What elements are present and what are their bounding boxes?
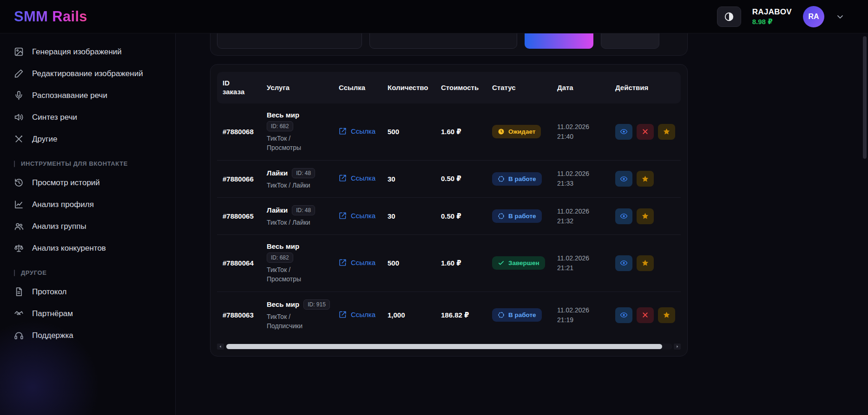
table-row: #7880064 Весь мир ID: 682 ТикТок / Просм… (217, 235, 681, 292)
column-header-service: Услуга (267, 84, 339, 92)
status-cell: Завершен (492, 256, 557, 270)
column-header-id: ID заказа (223, 79, 252, 97)
favorite-order-button[interactable] (637, 171, 654, 187)
cancel-order-button[interactable] (637, 307, 654, 323)
actions-cell (615, 171, 681, 187)
service-name: Весь мир (267, 242, 334, 250)
order-id: #7880066 (223, 175, 267, 183)
main-content: ID заказа Услуга Ссылка Количество Стоим… (176, 33, 868, 415)
speaker-icon (14, 112, 24, 122)
caret-right-icon (675, 344, 679, 349)
actions-cell (615, 124, 681, 140)
sidebar-item-label: Анализ профиля (32, 200, 94, 209)
scrollbar-track[interactable] (225, 344, 672, 350)
group-icon (14, 221, 24, 231)
order-link[interactable]: Ссылка (339, 174, 375, 182)
order-link[interactable]: Ссылка (339, 311, 375, 318)
actions-cell (615, 208, 681, 224)
sidebar-item-story-views[interactable]: Просмотр историй (0, 172, 175, 194)
favorite-order-button[interactable] (658, 124, 675, 140)
order-link[interactable]: Ссылка (339, 259, 375, 266)
order-time: 21:19 (557, 315, 615, 325)
scroll-left-button[interactable] (217, 344, 224, 350)
service-id-badge: ID: 48 (292, 205, 315, 215)
sidebar-item-partners[interactable]: Партнёрам (0, 303, 175, 324)
table-row: #7880065 Лайки ID: 48 ТикТок / Лайки Ссы… (217, 198, 681, 235)
status-badge: Ожидает (492, 125, 541, 138)
cost: 186.82 ₽ (441, 311, 492, 319)
status-badge: Завершен (492, 256, 545, 270)
sidebar-item-image-generation[interactable]: Генерация изображений (0, 41, 175, 63)
order-date: 11.02.2026 (557, 122, 615, 132)
sidebar-item-image-editing[interactable]: Редактирование изображений (0, 63, 175, 84)
order-date: 11.02.2026 (557, 169, 615, 179)
order-id: #7880063 (223, 311, 267, 319)
microphone-icon (14, 91, 24, 100)
eye-icon (620, 259, 628, 267)
sidebar-item-speech-synthesis[interactable]: Синтез речи (0, 106, 175, 128)
sidebar-item-protocol[interactable]: Протокол (0, 281, 175, 303)
external-link-icon (339, 212, 347, 220)
status-cell: Ожидает (492, 125, 557, 138)
spinner-icon (498, 213, 505, 220)
scroll-right-button[interactable] (674, 344, 681, 350)
link-cell: Ссылка (339, 259, 388, 268)
service-name: Лайки (267, 206, 288, 214)
sidebar-item-competitor-analysis[interactable]: Анализ конкурентов (0, 237, 175, 259)
primary-action-button[interactable] (525, 33, 593, 49)
view-order-button[interactable] (615, 307, 632, 323)
order-date: 11.02.2026 (557, 253, 615, 263)
view-order-button[interactable] (615, 208, 632, 224)
sidebar-item-label: Анализ конкурентов (32, 244, 106, 253)
order-link[interactable]: Ссылка (339, 127, 375, 135)
avatar[interactable]: RA (803, 6, 824, 27)
service-category: ТикТок / Просмотры (267, 134, 319, 153)
status-cell: В работе (492, 209, 557, 223)
brand-logo[interactable]: SMM Rails (14, 8, 87, 25)
order-time: 21:40 (557, 132, 615, 142)
cost: 0.50 ₽ (441, 212, 492, 220)
caret-left-icon (218, 344, 223, 349)
sidebar-item-group-analysis[interactable]: Анализ группы (0, 215, 175, 237)
column-header-actions: Действия (615, 84, 681, 92)
x-icon (641, 128, 649, 136)
sidebar-item-speech-recognition[interactable]: Распознавание речи (0, 84, 175, 106)
view-order-button[interactable] (615, 255, 632, 271)
theme-toggle-button[interactable] (717, 6, 741, 27)
service-category: ТикТок / Лайки (267, 181, 319, 190)
section-marker (14, 270, 15, 276)
chevron-down-icon[interactable] (835, 12, 845, 21)
view-order-button[interactable] (615, 124, 632, 140)
page-scrollbar-thumb[interactable] (863, 36, 867, 159)
favorite-order-button[interactable] (637, 208, 654, 224)
favorite-order-button[interactable] (658, 307, 675, 323)
column-header-quantity: Количество (388, 84, 441, 92)
filter-input-2[interactable] (369, 33, 517, 49)
app-window: SMM Rails RAJABOV 8.98 ₽ RA Генерация из… (0, 0, 868, 415)
scrollbar-thumb[interactable] (226, 344, 662, 349)
status-badge: В работе (492, 209, 542, 223)
order-link[interactable]: Ссылка (339, 212, 375, 220)
link-cell: Ссылка (339, 127, 388, 136)
service-cell: Лайки ID: 48 ТикТок / Лайки (267, 168, 339, 190)
sidebar-item-other-tools[interactable]: Другие (0, 128, 175, 150)
column-header-status: Статус (492, 84, 557, 92)
sidebar-item-profile-analysis[interactable]: Анализ профиля (0, 194, 175, 215)
view-order-button[interactable] (615, 171, 632, 187)
filter-input[interactable] (217, 33, 362, 49)
favorite-order-button[interactable] (637, 255, 654, 271)
sidebar-item-support[interactable]: Поддержка (0, 324, 175, 346)
cancel-order-button[interactable] (637, 124, 654, 140)
date-cell: 11.02.2026 21:19 (557, 305, 615, 325)
brand-smm: SMM (14, 8, 48, 25)
quantity: 30 (388, 212, 441, 220)
page-body: Генерация изображений Редактирование изо… (0, 33, 868, 415)
secondary-action-button[interactable] (601, 33, 659, 49)
eye-icon (620, 128, 628, 136)
order-date: 11.02.2026 (557, 207, 615, 216)
star-icon (641, 212, 649, 220)
table-row: #7880066 Лайки ID: 48 ТикТок / Лайки Ссы… (217, 161, 681, 198)
clock-icon (498, 128, 505, 135)
service-cell: Весь мир ID: 682 ТикТок / Просмотры (267, 242, 339, 284)
sidebar-item-label: Протокол (32, 287, 66, 297)
